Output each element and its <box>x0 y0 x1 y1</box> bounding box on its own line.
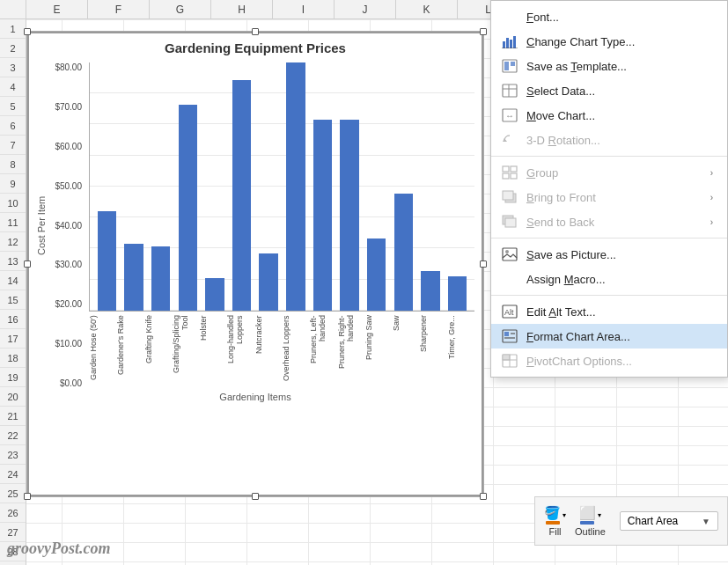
chart-bar[interactable] <box>179 105 197 311</box>
menu-item-format-chart-area[interactable]: Format Chart Area... <box>491 324 727 349</box>
menu-item-select-data[interactable]: Select Data... <box>491 78 727 103</box>
col-header-G: G <box>150 0 211 18</box>
menu-icon-move-chart: ↔ <box>500 107 519 123</box>
row-numbers: 1234567891011121314151617181920212223242… <box>0 19 26 565</box>
row-num-3: 3 <box>0 58 26 77</box>
menu-item-pivotchart-options: PivotChart Options... <box>491 349 727 373</box>
chart-bar[interactable] <box>367 238 386 311</box>
menu-item-change-chart-type[interactable]: Change Chart Type... <box>491 29 727 54</box>
svg-text:↔: ↔ <box>505 111 514 121</box>
chart-bar[interactable] <box>340 120 358 311</box>
y-tick: $0.00 <box>60 378 82 388</box>
col-header-J: J <box>335 0 396 18</box>
outline-dropdown-arrow[interactable]: ▾ <box>598 511 601 519</box>
chart-bar[interactable] <box>232 80 251 311</box>
bar-group <box>444 62 471 311</box>
svg-rect-8 <box>503 84 517 97</box>
resize-handle-mr[interactable] <box>480 260 487 268</box>
menu-item-group: Group› <box>491 160 727 185</box>
data-icon <box>502 84 518 98</box>
menu-text-bring-to-front: Bring to Front <box>526 191 705 204</box>
menu-item-move-chart[interactable]: ↔Move Chart... <box>491 103 727 128</box>
menu-text-pivotchart-options: PivotChart Options... <box>526 355 713 368</box>
x-label: Overhead Loppers <box>282 313 309 388</box>
bar-group <box>174 62 202 311</box>
outline-color-bar <box>580 521 594 525</box>
col-header-F: F <box>88 0 150 18</box>
menu-item-assign-macro[interactable]: Assign Macro... <box>491 267 727 291</box>
resize-handle-tm[interactable] <box>252 28 259 35</box>
row-num-20: 20 <box>0 387 26 407</box>
chart-bar[interactable] <box>151 246 170 311</box>
chart-bar[interactable] <box>124 244 143 311</box>
header-spacer <box>0 0 26 18</box>
menu-item-save-as-template[interactable]: Save as Template... <box>491 54 727 78</box>
row-num-13: 13 <box>0 252 26 271</box>
alt-text-icon: Alt <box>502 305 518 319</box>
resize-handle-bl[interactable] <box>24 493 31 500</box>
menu-text-save-as-template: Save as Template... <box>526 60 713 73</box>
menu-text-edit-alt-text: Edit Alt Text... <box>526 305 713 319</box>
dropdown-arrow-icon: ▼ <box>702 517 710 526</box>
menu-text-select-data: Select Data... <box>526 84 713 98</box>
resize-handle-tr[interactable] <box>480 28 487 35</box>
resize-handle-bm[interactable] <box>252 493 259 500</box>
svg-rect-2 <box>510 40 512 48</box>
y-tick: $20.00 <box>55 299 82 309</box>
chart-bar[interactable] <box>394 194 413 311</box>
menu-item-save-as-picture[interactable]: Save as Picture... <box>491 242 727 267</box>
menu-item-edit-alt-text[interactable]: AltEdit Alt Text... <box>491 299 727 324</box>
chart-container[interactable]: Gardening Equipment Prices Cost Per Item… <box>26 31 484 497</box>
menu-icon-change-chart-type <box>500 33 519 49</box>
row-num-2: 2 <box>0 39 26 58</box>
x-label: Nutcracker <box>254 313 282 388</box>
x-label: Grafting Knife <box>144 313 172 388</box>
chart-bar[interactable] <box>205 278 224 311</box>
x-label: Long-handled Loppers <box>226 313 254 388</box>
bar-group <box>363 62 390 311</box>
resize-handle-br[interactable] <box>480 493 487 500</box>
bar-group <box>309 62 336 311</box>
bars-container <box>89 62 474 312</box>
svg-rect-31 <box>503 355 510 360</box>
fill-group: 🪣 ▾ Fill <box>544 505 566 537</box>
chart-bar[interactable] <box>421 271 439 311</box>
rotate-icon <box>502 133 518 147</box>
svg-rect-17 <box>511 173 517 179</box>
spreadsheet: EFGHIJKLMN 12345678910111213141516171819… <box>0 0 728 565</box>
resize-handle-ml[interactable] <box>24 260 31 268</box>
row-num-6: 6 <box>0 116 26 136</box>
resize-handle-tl[interactable] <box>24 28 31 35</box>
chart-bar[interactable] <box>286 62 305 311</box>
menu-icon-bring-to-front <box>500 189 519 205</box>
chart-bar[interactable] <box>98 211 116 311</box>
menu-icon-save-as-picture <box>500 246 519 262</box>
row-num-24: 24 <box>0 465 26 484</box>
row-num-18: 18 <box>0 349 26 368</box>
fill-dropdown-arrow[interactable]: ▾ <box>563 511 566 519</box>
x-label: Holster <box>199 313 226 388</box>
row-num-16: 16 <box>0 310 26 329</box>
fill-button[interactable]: 🪣 ▾ <box>544 505 566 525</box>
col-header-E: E <box>26 0 88 18</box>
chart-area-dropdown[interactable]: Chart Area ▼ <box>620 511 718 531</box>
chart-bar[interactable] <box>448 276 467 311</box>
menu-text-assign-macro: Assign Macro... <box>526 273 713 286</box>
menu-icon-format-chart-area <box>500 328 519 344</box>
menu-text-save-as-picture: Save as Picture... <box>526 248 713 261</box>
bottom-toolbar: 🪣 ▾ Fill ⬜ ▾ Outline Chart Area ▼ <box>534 496 728 546</box>
submenu-arrow-icon: › <box>710 217 713 227</box>
row-num-19: 19 <box>0 368 26 387</box>
row-num-23: 23 <box>0 445 26 465</box>
y-tick: $80.00 <box>55 62 82 72</box>
chart-bar[interactable] <box>313 120 332 311</box>
menu-item-font[interactable]: Font... <box>491 4 727 29</box>
outline-button[interactable]: ⬜ ▾ <box>579 505 601 525</box>
y-tick: $10.00 <box>55 339 82 349</box>
y-axis: $80.00$70.00$60.00$50.00$40.00$30.00$20.… <box>48 62 89 388</box>
chart-bar[interactable] <box>259 253 277 311</box>
y-tick: $40.00 <box>55 221 82 231</box>
menu-text-format-chart-area: Format Chart Area... <box>526 330 713 343</box>
svg-rect-3 <box>513 36 516 48</box>
menu-separator <box>491 238 727 238</box>
